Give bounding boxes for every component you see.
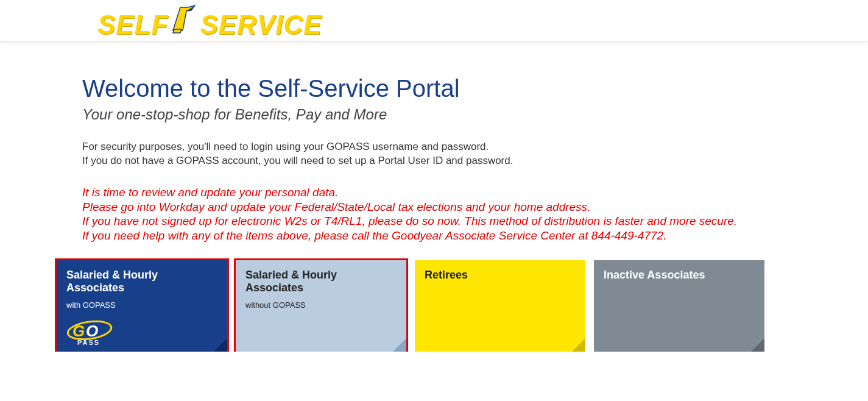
tile-corner-icon [572,338,585,352]
alert-line: It is time to review and update your per… [82,185,786,200]
svg-text:O: O [86,322,98,340]
brand-logo: SELF SERVICE [97,5,868,38]
tile-salaried-hourly-gopass[interactable]: Salaried & Hourly Associates with GOPASS… [57,260,227,352]
logo-word-service: SERVICE [200,12,322,38]
self-service-logo: SELF SERVICE [97,5,322,38]
svg-text:G: G [72,322,85,340]
tile-corner-icon [393,338,406,352]
tile-subtitle: without GOPASS [245,300,397,310]
main-content: Welcome to the Self-Service Portal Your … [82,41,786,352]
tile-corner-icon [214,338,227,352]
page-title: Welcome to the Self-Service Portal [82,75,786,102]
login-tiles: Salaried & Hourly Associates with GOPASS… [57,260,786,352]
gopass-logo-icon: G O PASS [66,319,217,349]
page-subtitle: Your one-stop-shop for Benefits, Pay and… [82,106,786,123]
tile-salaried-hourly-no-gopass[interactable]: Salaried & Hourly Associates without GOP… [236,260,406,352]
info-line: If you do not have a GOPASS account, you… [82,154,786,168]
tile-inactive-associates[interactable]: Inactive Associates [594,260,764,352]
alert-line: Please go into Workday and update your F… [82,200,786,215]
security-info: For security purposes, you'll need to lo… [82,140,786,168]
logo-word-self: SELF [97,12,168,38]
wingfoot-icon [171,5,197,38]
alert-line: If you need help with any of the items a… [82,229,786,243]
tile-subtitle: with GOPASS [66,300,217,310]
alert-message: It is time to review and update your per… [82,185,786,243]
alert-line: If you have not signed up for electronic… [82,214,786,229]
svg-text:PASS: PASS [77,339,100,346]
info-line: For security purposes, you'll need to lo… [82,140,786,154]
tile-title: Inactive Associates [604,269,755,282]
page-header: SELF SERVICE [0,0,868,41]
tile-retirees[interactable]: Retirees [415,260,585,352]
tile-title: Salaried & Hourly Associates [66,269,217,294]
tile-title: Retirees [425,269,576,282]
tile-corner-icon [751,338,764,352]
tile-title: Salaried & Hourly Associates [245,269,397,294]
